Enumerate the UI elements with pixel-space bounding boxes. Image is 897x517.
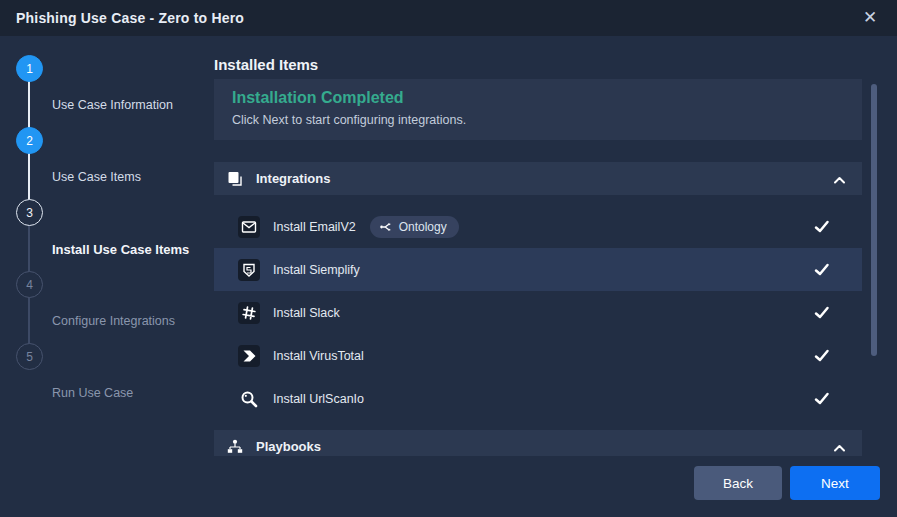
close-icon[interactable]: ✕	[857, 5, 883, 31]
siemplify-shield-icon	[238, 259, 260, 281]
modal-title: Phishing Use Case - Zero to Hero	[16, 10, 244, 26]
vertical-scrollbar-thumb[interactable]	[871, 84, 877, 356]
chevron-up-icon	[832, 172, 847, 190]
step-4-label[interactable]: Configure Integrations	[52, 314, 175, 328]
item-label: Install VirusTotal	[273, 349, 364, 363]
ontology-badge[interactable]: Ontology	[370, 216, 459, 238]
list-item-siemplify[interactable]: Install Siemplify	[214, 248, 862, 291]
step-5-label[interactable]: Run Use Case	[52, 386, 133, 400]
install-use-case-modal: Phishing Use Case - Zero to Hero ✕ 1 Use…	[0, 0, 897, 517]
layers-icon	[226, 170, 244, 188]
step-2-circle[interactable]: 2	[16, 127, 43, 154]
step-1-circle[interactable]: 1	[16, 55, 43, 82]
slack-hash-icon	[238, 302, 260, 324]
list-item-urlscanio[interactable]: Install UrlScanIo	[214, 377, 862, 420]
installed-items-list: Integrations Install EmailV2 Ontology	[214, 162, 862, 456]
step-3-circle[interactable]: 3	[16, 199, 43, 226]
page-title: Installed Items	[214, 56, 318, 73]
playbooks-section-header[interactable]: Playbooks	[214, 430, 862, 456]
back-button[interactable]: Back	[694, 466, 782, 500]
installation-status-title: Installation Completed	[232, 89, 844, 107]
item-label: Install Siemplify	[273, 263, 360, 277]
badge-label: Ontology	[399, 220, 447, 234]
section-label: Integrations	[256, 171, 330, 186]
modal-titlebar: Phishing Use Case - Zero to Hero ✕	[0, 0, 897, 36]
list-item-slack[interactable]: Install Slack	[214, 291, 862, 334]
check-icon	[813, 304, 830, 325]
step-4-circle[interactable]: 4	[16, 271, 43, 298]
installation-status-banner: Installation Completed Click Next to sta…	[214, 79, 862, 140]
wizard-stepper: 1 Use Case Information 2 Use Case Items …	[0, 36, 214, 517]
check-icon	[813, 218, 830, 239]
list-item-virustotal[interactable]: Install VirusTotal	[214, 334, 862, 377]
step-1-label[interactable]: Use Case Information	[52, 98, 173, 112]
envelope-icon	[238, 216, 260, 238]
list-item-emailv2[interactable]: Install EmailV2 Ontology	[214, 205, 862, 248]
magnifier-icon	[238, 388, 260, 410]
item-label: Install Slack	[273, 306, 340, 320]
step-5-circle[interactable]: 5	[16, 343, 43, 370]
virustotal-icon	[238, 345, 260, 367]
next-button[interactable]: Next	[790, 466, 880, 500]
item-label: Install UrlScanIo	[273, 392, 364, 406]
step-2-label[interactable]: Use Case Items	[52, 170, 141, 184]
step-3-label[interactable]: Install Use Case Items	[52, 242, 189, 257]
check-icon	[813, 390, 830, 411]
item-label: Install EmailV2	[273, 220, 356, 234]
check-icon	[813, 347, 830, 368]
ontology-fork-icon	[379, 220, 393, 234]
check-icon	[813, 261, 830, 282]
chevron-up-icon	[832, 440, 847, 456]
integrations-section-header[interactable]: Integrations	[214, 162, 862, 195]
installation-status-subtitle: Click Next to start configuring integrat…	[232, 113, 844, 127]
section-label: Playbooks	[256, 439, 321, 454]
org-chart-icon	[226, 438, 244, 456]
